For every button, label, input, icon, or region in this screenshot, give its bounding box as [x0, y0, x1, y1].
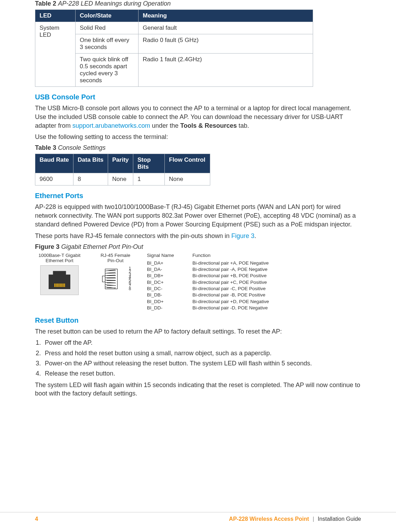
signal-name-item: BI_DC- [147, 286, 164, 292]
reset-step: Power-on the AP without releasing the re… [43, 359, 361, 368]
figure3-diagram: 1000Base-T Gigabit Ethernet Port RJ-45 F… [35, 253, 361, 312]
figure3-caption: Figure 3 Gigabit Ethernet Port Pin-Out [35, 243, 361, 251]
reset-step: Power off the AP. [43, 338, 361, 347]
function-list: Bi-directional pair +A, POE NegativeBi-d… [192, 260, 269, 312]
table2-title: AP-228 LED Meanings during Operation [58, 0, 171, 7]
signal-name-item: BI_DD+ [147, 299, 164, 305]
figure3-number: Figure 3 [35, 243, 59, 250]
signal-name-item: BI_DD- [147, 305, 164, 311]
page-number: 4 [35, 516, 38, 522]
table2-caption: Table 2 AP-228 LED Meanings during Opera… [35, 0, 361, 7]
reset-intro: The reset button can be used to return t… [35, 327, 361, 336]
link-figure3[interactable]: Figure 3 [231, 232, 254, 239]
table3-h3: Stop Bits [133, 154, 165, 173]
function-item: Bi-directional pair -B, POE Positive [192, 292, 269, 298]
usb-para1-bold: Tools & Resources [180, 122, 237, 129]
table2-r1-state: One blink off every 3 seconds [76, 34, 139, 54]
pin-number: 8 [129, 286, 131, 291]
eth-para2-b: . [254, 232, 256, 239]
usb-para1-b: under the [150, 122, 180, 129]
table2-h0: LED [35, 10, 76, 22]
table3-h1: Data Bits [73, 154, 108, 173]
reset-step: Release the reset button. [43, 369, 361, 378]
signal-name-list: BI_DA+BI_DA-BI_DB+BI_DC+BI_DC-BI_DB-BI_D… [147, 260, 164, 312]
table-row: Two quick blink off 0.5 seconds apart cy… [35, 54, 313, 87]
function-item: Bi-directional pair +B, POE Positive [192, 273, 269, 279]
table2-r1-meaning: Radio 0 fault (5 GHz) [139, 34, 313, 54]
function-item: Bi-directional pair +D, POE Negative [192, 299, 269, 305]
rj45-port-icon [40, 265, 79, 295]
table2-h1: Color/State [76, 10, 139, 22]
signal-name-item: BI_DC+ [147, 279, 164, 286]
table3-c0: 9600 [35, 173, 73, 186]
eth-para2: These ports have RJ-45 female connectors… [35, 232, 361, 240]
figure3-title: Gigabit Ethernet Port Pin-Out [61, 243, 143, 250]
table3: Baud Rate Data Bits Parity Stop Bits Flo… [35, 154, 210, 186]
rj45-pinout-icon: 12345678 [105, 265, 126, 290]
table2: LED Color/State Meaning System LED Solid… [35, 9, 313, 87]
signal-name-item: BI_DA+ [147, 260, 164, 266]
table3-title: Console Settings [58, 144, 106, 151]
table-row: 9600 8 None 1 None [35, 173, 210, 186]
figure3-col2-head: RJ-45 Female Pin-Out [101, 253, 130, 263]
signal-name-item: BI_DB+ [147, 273, 164, 279]
reset-steps-list: Power off the AP.Press and hold the rese… [43, 338, 361, 378]
table3-c4: None [165, 173, 210, 186]
footer-sep: | [313, 516, 314, 522]
table-row: System LED Solid Red General fault [35, 22, 313, 34]
table3-h2: Parity [108, 154, 133, 173]
table2-r2-meaning: Radio 1 fault (2.4GHz) [139, 54, 313, 87]
signal-name-item: BI_DB- [147, 292, 164, 298]
eth-para2-a: These ports have RJ-45 female connectors… [35, 232, 231, 239]
table3-c3: 1 [133, 173, 165, 186]
function-item: Bi-directional pair -D, POE Negative [192, 305, 269, 311]
page-footer: 4 AP-228 Wireless Access Point | Install… [0, 512, 396, 522]
figure3-col1-head: 1000Base-T Gigabit Ethernet Port [38, 253, 80, 263]
figure3-col4-head: Function [192, 253, 211, 258]
heading-usb: USB Console Port [35, 93, 361, 101]
heading-ethernet: Ethernet Ports [35, 192, 361, 200]
function-item: Bi-directional pair -A, POE Negative [192, 266, 269, 273]
table2-led: System LED [35, 22, 76, 87]
usb-para1-c: tab. [237, 122, 249, 129]
table2-r0-state: Solid Red [76, 22, 139, 34]
footer-product: AP-228 Wireless Access Point [229, 516, 309, 522]
usb-para1: The USB Micro-B console port allows you … [35, 104, 361, 130]
reset-outro: The system LED will flash again within 1… [35, 381, 361, 398]
table3-h4: Flow Control [165, 154, 210, 173]
function-item: Bi-directional pair +A, POE Negative [192, 260, 269, 266]
table2-h2: Meaning [139, 10, 313, 22]
table3-c1: 8 [73, 173, 108, 186]
usb-para2: Use the following setting to access the … [35, 133, 361, 141]
table3-caption: Table 3 Console Settings [35, 144, 361, 152]
eth-para1: AP-228 is equipped with two10/100/1000Ba… [35, 203, 361, 229]
footer-doc: Installation Guide [318, 516, 361, 522]
signal-name-item: BI_DA- [147, 266, 164, 273]
table3-h0: Baud Rate [35, 154, 73, 173]
figure3-col3-head: Signal Name [147, 253, 174, 258]
heading-reset: Reset Button [35, 316, 361, 324]
function-item: Bi-directional pair +C, POE Positive [192, 279, 269, 286]
table2-r0-meaning: General fault [139, 22, 313, 34]
function-item: Bi-directional pair -C, POE Positive [192, 286, 269, 292]
table3-number: Table 3 [35, 144, 56, 151]
table2-number: Table 2 [35, 0, 56, 7]
table-row: One blink off every 3 seconds Radio 0 fa… [35, 34, 313, 54]
table2-r2-state: Two quick blink off 0.5 seconds apart cy… [76, 54, 139, 87]
link-support[interactable]: support.arubanetworks.com [72, 122, 150, 129]
table3-c2: None [108, 173, 133, 186]
reset-step: Press and hold the reset button using a … [43, 349, 361, 357]
